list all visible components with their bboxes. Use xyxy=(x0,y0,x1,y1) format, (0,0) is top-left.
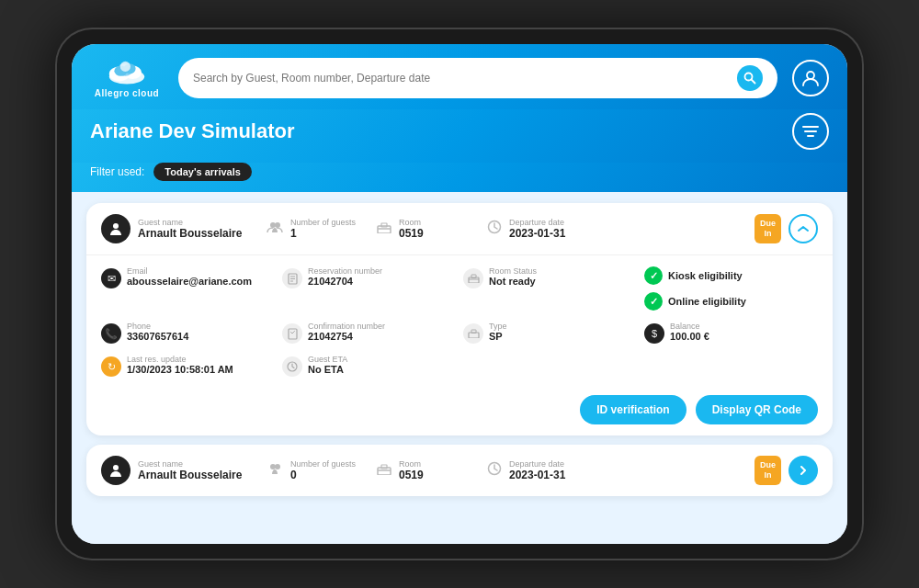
due-in-badge-2: DueIn xyxy=(754,456,781,485)
email-value: abousselaire@ariane.com xyxy=(127,276,252,287)
guests-icon-1 xyxy=(267,220,283,237)
detail-grid-1: ✉ Email abousselaire@ariane.com xyxy=(101,266,818,377)
svg-line-8 xyxy=(752,79,755,83)
phone-value: 33607657614 xyxy=(127,331,188,342)
refresh-icon: ↻ xyxy=(101,356,121,377)
person-icon xyxy=(108,221,123,236)
reservation-icon xyxy=(282,268,302,288)
departure-block-2: Departure date 2023-01-31 xyxy=(509,459,565,481)
col-departure-1: Departure date 2023-01-31 xyxy=(487,218,579,240)
guest-info-col-1: Guest name Arnault Bousselaire xyxy=(101,214,248,243)
svg-point-15 xyxy=(275,222,280,228)
svg-point-6 xyxy=(120,62,130,72)
filter-bar: Filter used: Today's arrivals xyxy=(72,163,847,192)
balance-value: 100.00 € xyxy=(670,331,709,342)
detail-phone: 📞 Phone 33607657614 xyxy=(101,322,275,344)
person-icon-2 xyxy=(108,463,123,478)
card-header-row-2: Guest name Arnault Bousselaire xyxy=(86,445,833,496)
svg-point-29 xyxy=(113,465,119,470)
departure-icon-1 xyxy=(487,220,502,238)
last-res-label: Last res. update xyxy=(127,355,233,364)
online-check-icon: ✓ xyxy=(644,292,663,311)
due-in-badge-1: DueIn xyxy=(754,214,781,243)
id-verify-button[interactable]: ID verification xyxy=(580,395,686,424)
search-bar xyxy=(178,58,777,98)
search-button[interactable] xyxy=(737,65,763,91)
num-guests-label-2: Number of guests xyxy=(290,459,356,469)
balance-icon: $ xyxy=(644,323,664,344)
detail-reservation: Reservation number 21042704 xyxy=(282,266,456,311)
num-guests-value-2: 0 xyxy=(290,469,356,481)
guest-avatar-1 xyxy=(101,214,130,243)
departure-label-1: Departure date xyxy=(509,218,565,227)
type-label: Type xyxy=(489,322,507,331)
page-title: Ariane Dev Simulator xyxy=(90,119,295,143)
room-icon-1 xyxy=(377,220,391,237)
chevron-right-icon xyxy=(800,465,807,476)
reservation-label: Reservation number xyxy=(308,266,382,276)
qr-code-button[interactable]: Display QR Code xyxy=(696,395,818,424)
email-icon: ✉ xyxy=(101,268,121,288)
header: Allegro cloud xyxy=(72,44,847,109)
filter-icon xyxy=(802,125,819,138)
card-actions-1: DueIn xyxy=(754,214,818,243)
expand-button-1[interactable] xyxy=(789,214,818,243)
user-profile-button[interactable] xyxy=(792,60,829,96)
guest-name-block-1: Guest name Arnault Bousselaire xyxy=(138,218,242,240)
detail-type: Type SP xyxy=(463,322,637,344)
detail-last-res: ↻ Last res. update 1/30/2023 10:58:01 AM xyxy=(101,355,275,377)
reservation-value: 21042704 xyxy=(308,276,382,287)
logo-icon xyxy=(105,57,149,86)
title-bar: Ariane Dev Simulator xyxy=(72,109,847,163)
logo-text: Allegro cloud xyxy=(95,88,159,98)
filter-badge: Today's arrivals xyxy=(153,163,252,181)
svg-rect-25 xyxy=(289,329,297,339)
card-header-row-1: Guest name Arnault Bousselaire xyxy=(86,203,833,255)
guest-card-2: Guest name Arnault Bousselaire xyxy=(86,445,833,496)
kiosk-eligibility: ✓ Kiosk eligibility xyxy=(644,266,818,285)
filter-button[interactable] xyxy=(792,113,829,150)
kiosk-check-icon: ✓ xyxy=(644,266,663,285)
room-block-1: Room 0519 xyxy=(399,218,424,240)
col-guests-1: Number of guests 1 xyxy=(267,218,358,240)
room-icon-2 xyxy=(377,462,391,479)
room-status-value: Not ready xyxy=(489,276,537,287)
detail-email: ✉ Email abousselaire@ariane.com xyxy=(101,266,275,311)
email-label: Email xyxy=(127,266,252,276)
type-value: SP xyxy=(489,331,507,342)
phone-icon: 📞 xyxy=(101,323,121,344)
online-eligibility: ✓ Online eligibility xyxy=(644,292,818,311)
logo-area: Allegro cloud xyxy=(90,57,164,98)
eta-value: No ETA xyxy=(308,364,347,375)
guest-name-block-2: Guest name Arnault Bousselaire xyxy=(138,459,242,481)
expand-button-2[interactable] xyxy=(789,456,818,485)
tablet-frame: Allegro cloud Ariane Dev Sim xyxy=(55,28,864,560)
confirmation-label: Confirmation number xyxy=(308,322,385,331)
detail-balance: $ Balance 100.00 € xyxy=(644,322,818,344)
user-icon xyxy=(801,69,820,87)
tablet-screen: Allegro cloud Ariane Dev Sim xyxy=(72,44,847,544)
room-value-2: 0519 xyxy=(399,469,424,481)
search-input[interactable] xyxy=(193,72,730,85)
balance-label: Balance xyxy=(670,322,709,331)
detail-confirmation: Confirmation number 21042754 xyxy=(282,322,456,344)
confirmation-value: 21042754 xyxy=(308,331,385,342)
last-res-value: 1/30/2023 10:58:01 AM xyxy=(127,364,233,375)
guest-info-col-2: Guest name Arnault Bousselaire xyxy=(101,456,248,485)
guests-block-2: Number of guests 0 xyxy=(290,459,356,481)
col-departure-2: Departure date 2023-01-31 xyxy=(487,459,579,481)
confirmation-icon xyxy=(282,323,302,344)
room-value-1: 0519 xyxy=(399,227,424,240)
eligibility-col: ✓ Kiosk eligibility ✓ Online eligibility xyxy=(644,266,818,311)
svg-point-31 xyxy=(275,464,280,469)
kiosk-label: Kiosk eligibility xyxy=(668,270,743,281)
content-area: Guest name Arnault Bousselaire xyxy=(72,192,847,544)
guest-name-value-1: Arnault Bousselaire xyxy=(138,227,242,240)
eta-icon xyxy=(282,356,302,377)
search-icon xyxy=(743,72,756,85)
detail-room-status: Room Status Not ready xyxy=(463,266,637,311)
room-label-1: Room xyxy=(399,218,424,227)
svg-point-9 xyxy=(807,72,814,79)
detail-guest-eta: Guest ETA No ETA xyxy=(282,355,456,377)
room-block-2: Room 0519 xyxy=(399,459,424,481)
